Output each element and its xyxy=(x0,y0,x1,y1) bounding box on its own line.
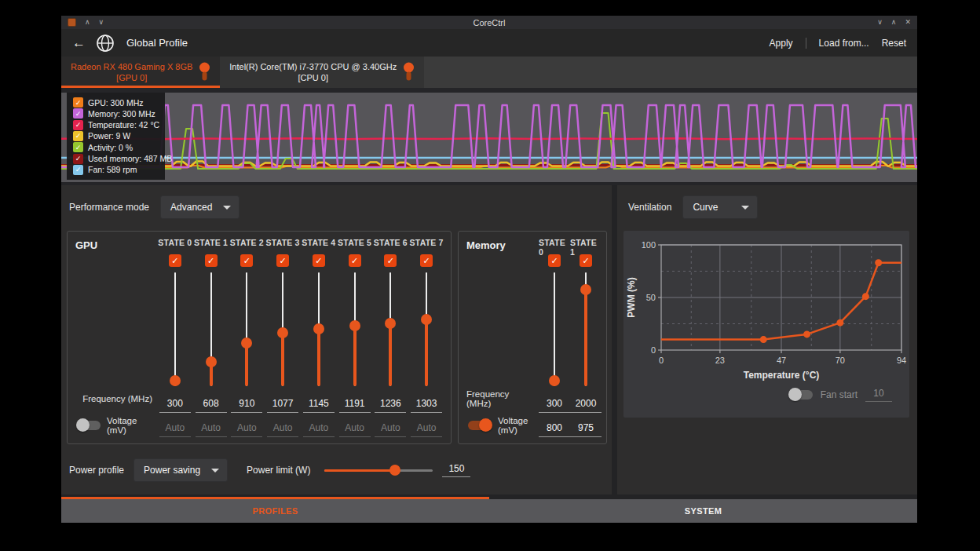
voltage-value[interactable]: Auto xyxy=(303,415,335,437)
legend-checkbox[interactable]: ✓ xyxy=(73,108,83,119)
apply-button[interactable]: Apply xyxy=(770,38,793,49)
frequency-slider[interactable] xyxy=(349,271,360,386)
power-limit-value[interactable]: 150 xyxy=(442,463,470,477)
slider-handle[interactable] xyxy=(580,284,591,295)
state-checkbox[interactable]: ✓ xyxy=(313,254,325,267)
state-label: STATE 7 xyxy=(410,238,444,249)
slider-fill xyxy=(353,326,357,386)
performance-mode-dropdown[interactable]: Advanced xyxy=(160,195,240,219)
slider-handle[interactable] xyxy=(549,375,560,386)
fan-curve-point[interactable] xyxy=(836,319,843,327)
fan-curve-point[interactable] xyxy=(862,293,869,300)
power-limit-slider[interactable] xyxy=(324,465,433,476)
legend-checkbox[interactable]: ✓ xyxy=(73,165,83,175)
state-checkbox[interactable]: ✓ xyxy=(349,254,361,267)
ventilation-dropdown[interactable]: Curve xyxy=(682,195,758,219)
tab-profiles[interactable]: PROFILES xyxy=(61,499,489,523)
fan-curve-point[interactable] xyxy=(875,259,882,266)
frequency-value[interactable]: 2000 xyxy=(570,386,602,413)
legend-label: Used memory: 487 MB xyxy=(88,154,172,163)
memory-voltage-toggle[interactable] xyxy=(468,421,492,430)
state-checkbox[interactable]: ✓ xyxy=(205,254,218,267)
state-checkbox[interactable]: ✓ xyxy=(384,254,397,267)
slider-fill xyxy=(281,333,284,386)
fan-start-value[interactable]: 10 xyxy=(865,388,892,402)
x-tick-label: 0 xyxy=(659,356,664,365)
state-checkbox[interactable]: ✓ xyxy=(276,254,289,267)
fan-curve-chart[interactable]: 023477094050100Temperature (°C)PWM (%) xyxy=(625,235,908,386)
voltage-value[interactable]: Auto xyxy=(339,415,371,437)
legend-checkbox[interactable]: ✓ xyxy=(73,131,83,141)
slider-handle[interactable] xyxy=(206,356,217,367)
slider-handle[interactable] xyxy=(277,327,288,338)
frequency-value[interactable]: 608 xyxy=(196,386,227,413)
state-checkbox[interactable]: ✓ xyxy=(169,254,181,267)
voltage-value[interactable]: Auto xyxy=(411,415,442,437)
state-checkbox[interactable]: ✓ xyxy=(580,254,592,267)
legend-checkbox[interactable]: ✓ xyxy=(73,154,83,164)
frequency-slider[interactable] xyxy=(549,271,560,386)
maximize-button[interactable]: ∧ xyxy=(891,19,897,26)
state-checkbox[interactable]: ✓ xyxy=(548,254,561,267)
frequency-value[interactable]: 1236 xyxy=(375,386,406,413)
voltage-value[interactable]: Auto xyxy=(159,415,191,437)
fan-curve-point[interactable] xyxy=(760,336,767,343)
legend-checkbox[interactable]: ✓ xyxy=(73,97,83,108)
frequency-value[interactable]: 1303 xyxy=(411,386,442,413)
state-label: STATE 4 xyxy=(302,238,335,249)
titlebar-shade-down-icon[interactable]: ∨ xyxy=(99,19,104,26)
frequency-slider[interactable] xyxy=(206,271,217,386)
minimize-button[interactable]: ∨ xyxy=(877,19,883,26)
slider-handle[interactable] xyxy=(389,465,400,476)
slider-handle[interactable] xyxy=(349,320,360,331)
slider-handle[interactable] xyxy=(421,314,432,325)
titlebar-shade-up-icon[interactable]: ∧ xyxy=(85,19,90,26)
frequency-slider[interactable] xyxy=(241,271,252,386)
x-tick-label: 70 xyxy=(836,356,845,365)
voltage-value[interactable]: Auto xyxy=(196,415,227,437)
legend-item: ✓Fan: 589 rpm xyxy=(73,165,159,175)
frequency-slider[interactable] xyxy=(170,271,181,386)
back-button[interactable]: ← xyxy=(72,36,86,49)
tab-system[interactable]: SYSTEM xyxy=(489,499,917,523)
fan-curve-point[interactable] xyxy=(803,330,810,338)
slider-fill xyxy=(245,343,248,386)
slider-handle[interactable] xyxy=(170,375,181,386)
frequency-slider[interactable] xyxy=(277,271,288,386)
device-tab-1[interactable]: Intel(R) Core(TM) i7-3770 CPU @ 3.40GHz[… xyxy=(220,57,424,88)
voltage-value[interactable]: 800 xyxy=(539,415,570,437)
close-button[interactable]: ✕ xyxy=(905,19,911,26)
frequency-slider[interactable] xyxy=(313,271,324,386)
frequency-value[interactable]: 300 xyxy=(539,386,570,413)
slider-handle[interactable] xyxy=(313,323,324,334)
state-checkbox[interactable]: ✓ xyxy=(240,254,253,267)
load-from-button[interactable]: Load from... xyxy=(819,38,869,49)
voltage-value[interactable]: Auto xyxy=(231,415,262,437)
state-checkbox[interactable]: ✓ xyxy=(420,254,433,267)
frequency-slider[interactable] xyxy=(421,271,432,386)
voltage-value[interactable]: Auto xyxy=(375,415,406,437)
legend-checkbox[interactable]: ✓ xyxy=(73,142,83,152)
legend-checkbox[interactable]: ✓ xyxy=(73,120,83,130)
fan-start-toggle[interactable] xyxy=(789,390,813,400)
voltage-value[interactable]: 975 xyxy=(570,415,602,437)
legend-item: ✓Memory: 300 MHz xyxy=(73,108,159,119)
frequency-value[interactable]: 910 xyxy=(231,386,262,413)
slider-handle[interactable] xyxy=(241,338,252,348)
frequency-slider[interactable] xyxy=(385,271,396,386)
frequency-value[interactable]: 300 xyxy=(159,386,191,413)
state-column: STATE 4✓1145Auto xyxy=(301,238,337,437)
power-profile-value: Power saving xyxy=(144,465,200,476)
power-profile-dropdown[interactable]: Power saving xyxy=(133,458,228,482)
frequency-value[interactable]: 1145 xyxy=(303,386,335,413)
device-tab-bar: Radeon RX 480 Gaming X 8GB[GPU 0]Intel(R… xyxy=(61,57,917,88)
gpu-voltage-toggle[interactable] xyxy=(77,421,101,430)
frequency-value[interactable]: 1191 xyxy=(339,386,371,413)
reset-button[interactable]: Reset xyxy=(882,38,906,49)
frequency-slider[interactable] xyxy=(580,271,591,386)
voltage-value[interactable]: Auto xyxy=(267,415,298,437)
page-title: Global Profile xyxy=(126,37,188,49)
device-tab-0[interactable]: Radeon RX 480 Gaming X 8GB[GPU 0] xyxy=(61,57,220,88)
slider-handle[interactable] xyxy=(385,318,396,329)
frequency-value[interactable]: 1077 xyxy=(267,386,298,413)
